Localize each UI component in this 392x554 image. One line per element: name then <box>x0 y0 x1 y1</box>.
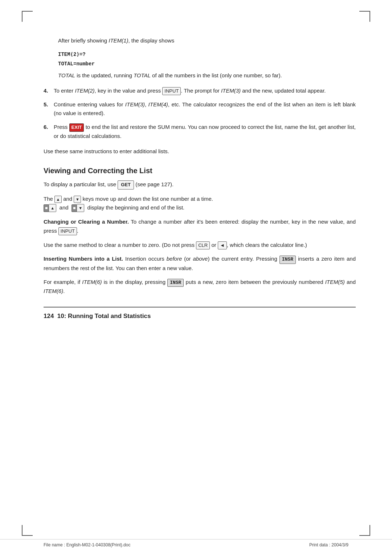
footer-filename: File name : English-M02-1-040308(Print).… <box>44 542 309 547</box>
input-key-1: INPUT <box>162 87 181 95</box>
step4-item3: ITEM(3) <box>221 87 241 94</box>
main-content: After briefly showing ITEM(1), the displ… <box>44 22 356 320</box>
before-italic: before <box>167 256 182 262</box>
item5-italic: ITEM(5) <box>325 279 345 285</box>
footer-date: Print data : 2004/3/9 <box>309 542 348 547</box>
total-italic2: TOTAL <box>134 72 151 78</box>
corner-bottom-right <box>359 525 370 536</box>
item6-italic-2: ITEM(6) <box>44 288 63 294</box>
clear-para: Use the same method to clear a number to… <box>44 241 356 250</box>
chapter-heading: 124 10: Running Total and Statistics <box>44 307 356 320</box>
total-italic1: TOTAL <box>58 72 75 78</box>
additional-lists: Use these same instructions to enter add… <box>44 147 356 156</box>
corner-bottom-left <box>22 525 33 536</box>
numbered-list: 4. To enter ITEM(2), key in the value an… <box>44 86 356 140</box>
chapter-number: 124 <box>44 313 54 319</box>
arrow-down-box: ▼ <box>77 204 84 212</box>
arrow-up-key: ▲ <box>54 196 62 203</box>
item6-italic: ITEM(6) <box>82 279 102 285</box>
page: After briefly showing ITEM(1), the displ… <box>0 0 392 554</box>
arrow-down-key: ▼ <box>74 196 81 203</box>
exit-key: EXIT <box>69 123 84 131</box>
shift-box-2: ■ <box>72 204 77 212</box>
shift-box-1: ■ <box>44 204 49 212</box>
total-description: TOTAL is the updated, running TOTAL of a… <box>58 71 356 80</box>
above-italic: above <box>193 256 208 262</box>
display-list-para: To display a particular list, use GET (s… <box>44 180 356 189</box>
step5-text: Continue entering values for ITEM(3), IT… <box>54 100 356 118</box>
get-key: GET <box>118 180 134 189</box>
corner-top-left <box>22 11 33 22</box>
step-6: 6. Press EXIT to end the list and restor… <box>44 123 356 140</box>
changing-para: Changing or Clearing a Number. To change… <box>44 217 356 236</box>
insr-key-1: INSR <box>279 256 296 264</box>
section-title: Viewing and Correcting the List <box>44 167 356 175</box>
chapter-title: 10: Running Total and Statistics <box>57 313 151 319</box>
insr-key-2: INSR <box>167 279 184 287</box>
clr-key: CLR <box>196 241 210 249</box>
step6-text: Press EXIT to end the list and restore t… <box>54 123 356 140</box>
step6-number: 6. <box>44 123 54 131</box>
inserting-heading: Inserting Numbers into a List. <box>44 256 123 262</box>
step-5: 5. Continue entering values for ITEM(3),… <box>44 100 356 118</box>
step4-item2: ITEM(2) <box>75 87 94 94</box>
step4-number: 4. <box>44 86 54 95</box>
step5-number: 5. <box>44 100 54 109</box>
corner-top-right <box>359 11 370 22</box>
arrow-up-box: ▲ <box>49 204 56 212</box>
step5-item4: ITEM(4) <box>148 101 168 107</box>
intro-block: After briefly showing ITEM(1), the displ… <box>58 36 356 80</box>
input-key-2: INPUT <box>58 227 77 235</box>
step5-item3: ITEM(3) <box>125 101 145 107</box>
footer: File name : English-M02-1-040308(Print).… <box>0 539 392 547</box>
shift-up-combo: ■▲ <box>44 204 56 212</box>
step-4: 4. To enter ITEM(2), key in the value an… <box>44 86 356 95</box>
arrow-keys-para: The ▲ and ▼ keys move up and down the li… <box>44 195 356 213</box>
changing-heading: Changing or Clearing a Number. <box>44 219 129 225</box>
inserting-para: Inserting Numbers into a List. Insertion… <box>44 254 356 273</box>
backspace-key: ◄ <box>218 241 227 249</box>
example-para: For example, if ITEM(6) is in the displa… <box>44 278 356 296</box>
step4-text: To enter ITEM(2), key in the value and p… <box>54 86 356 95</box>
item1-italic: ITEM(1) <box>109 37 128 44</box>
intro-line1: After briefly showing ITEM(1), the displ… <box>58 36 356 45</box>
display-line1: ITEM⟨2⟩=? <box>58 50 356 58</box>
shift-down-combo: ■▼ <box>72 204 84 212</box>
display-line2: TOTAL=number <box>58 60 356 68</box>
